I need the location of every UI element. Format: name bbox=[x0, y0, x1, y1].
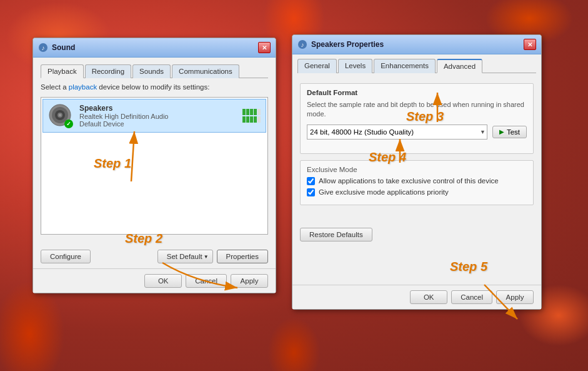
test-button-label: Test bbox=[507, 128, 520, 136]
test-play-icon: ▶ bbox=[499, 128, 504, 135]
sound-ok-button[interactable]: OK bbox=[144, 274, 182, 288]
sound-apply-button[interactable]: Apply bbox=[231, 274, 268, 288]
bar-seg-empty bbox=[257, 116, 261, 123]
bar-seg-empty bbox=[257, 109, 261, 115]
exclusive-priority-checkbox[interactable] bbox=[307, 188, 315, 196]
default-format-section: Default Format Select the sample rate an… bbox=[300, 83, 534, 154]
speakers-dialog-bottom: OK Cancel Apply bbox=[292, 285, 541, 309]
sound-dialog-icon: ♪ bbox=[38, 43, 48, 53]
sound-description: Select a playback device below to modify… bbox=[41, 83, 268, 91]
speakers-dialog: ♪ Speakers Properties ✕ General Levels E… bbox=[292, 34, 542, 310]
sound-cancel-button[interactable]: Cancel bbox=[186, 274, 227, 288]
default-format-title: Default Format bbox=[307, 89, 527, 96]
sound-dialog-tabs: Playback Recording Sounds Communications bbox=[41, 64, 268, 78]
format-select[interactable]: 16 bit, 44100 Hz (CD Quality) 16 bit, 48… bbox=[307, 125, 487, 140]
speakers-dialog-title: Speakers Properties bbox=[311, 40, 524, 49]
exclusive-priority-row: Give exclusive mode applications priorit… bbox=[307, 188, 527, 196]
bar-seg bbox=[246, 116, 249, 123]
speakers-dialog-close-button[interactable]: ✕ bbox=[524, 39, 536, 50]
bar-seg bbox=[254, 116, 257, 123]
format-row: 16 bit, 44100 Hz (CD Quality) 16 bit, 48… bbox=[307, 125, 527, 140]
exclusive-control-row: Allow applications to take exclusive con… bbox=[307, 177, 527, 185]
device-icon-wrapper: ✓ bbox=[48, 103, 73, 128]
speakers-ok-button[interactable]: OK bbox=[410, 290, 447, 304]
device-name: Speakers bbox=[79, 104, 237, 113]
bar-seg bbox=[254, 109, 257, 115]
sound-dialog-action-row: Configure Set Default ▼ Properties bbox=[33, 247, 276, 268]
device-driver: Realtek High Definition Audio bbox=[79, 113, 237, 120]
device-check-icon: ✓ bbox=[64, 119, 73, 128]
tab-general[interactable]: General bbox=[297, 59, 337, 73]
bar-seg bbox=[250, 116, 253, 123]
sound-dialog-bottom: OK Cancel Apply bbox=[33, 268, 276, 293]
exclusive-mode-title: Exclusive Mode bbox=[307, 166, 527, 173]
speakers-dialog-icon: ♪ bbox=[297, 39, 307, 49]
restore-defaults-button[interactable]: Restore Defaults bbox=[300, 228, 372, 241]
speakers-dialog-tabs: General Levels Enhancements Advanced bbox=[297, 58, 536, 73]
tab-recording[interactable]: Recording bbox=[85, 64, 131, 78]
exclusive-mode-section: Exclusive Mode Allow applications to tak… bbox=[300, 160, 534, 205]
default-format-desc: Select the sample rate and bit depth to … bbox=[307, 100, 527, 119]
bar-seg bbox=[250, 109, 253, 115]
set-default-label: Set Default bbox=[167, 253, 202, 260]
tab-communications[interactable]: Communications bbox=[172, 64, 239, 78]
device-level-bars bbox=[242, 109, 261, 123]
bar-seg bbox=[246, 109, 249, 115]
sound-dialog-body: Playback Recording Sounds Communications… bbox=[33, 58, 276, 247]
bar-seg bbox=[242, 116, 246, 123]
properties-button[interactable]: Properties bbox=[217, 250, 268, 263]
exclusive-control-checkbox[interactable] bbox=[307, 177, 315, 185]
set-default-button[interactable]: Set Default ▼ bbox=[157, 250, 213, 263]
configure-button[interactable]: Configure bbox=[41, 250, 91, 263]
sound-dialog: ♪ Sound ✕ Playback Recording Sounds Comm… bbox=[32, 38, 276, 293]
tab-enhancements[interactable]: Enhancements bbox=[374, 59, 436, 73]
sound-dialog-titlebar: ♪ Sound ✕ bbox=[33, 38, 276, 58]
tab-levels[interactable]: Levels bbox=[338, 59, 372, 73]
set-default-arrow-icon: ▼ bbox=[204, 254, 209, 260]
exclusive-control-label: Allow applications to take exclusive con… bbox=[319, 177, 499, 185]
tab-advanced[interactable]: Advanced bbox=[437, 59, 482, 73]
device-status: Default Device bbox=[79, 120, 237, 128]
sound-dialog-title: Sound bbox=[52, 43, 258, 52]
device-info: Speakers Realtek High Definition Audio D… bbox=[79, 104, 237, 128]
exclusive-priority-label: Give exclusive mode applications priorit… bbox=[319, 188, 449, 196]
tab-playback[interactable]: Playback bbox=[41, 64, 84, 78]
tab-sounds[interactable]: Sounds bbox=[132, 64, 171, 78]
format-select-wrapper: 16 bit, 44100 Hz (CD Quality) 16 bit, 48… bbox=[307, 125, 487, 140]
speakers-apply-button[interactable]: Apply bbox=[496, 290, 534, 304]
speakers-cancel-button[interactable]: Cancel bbox=[451, 290, 492, 304]
restore-defaults-container: Restore Defaults bbox=[300, 215, 534, 241]
speakers-dialog-titlebar: ♪ Speakers Properties ✕ bbox=[292, 35, 541, 54]
test-button[interactable]: ▶ Test bbox=[492, 126, 527, 138]
speakers-tabs-container: General Levels Enhancements Advanced bbox=[292, 54, 541, 73]
svg-point-6 bbox=[59, 114, 61, 116]
sound-dialog-close-button[interactable]: ✕ bbox=[258, 42, 271, 53]
speakers-dialog-content: Default Format Select the sample rate an… bbox=[292, 78, 541, 285]
device-item-speakers[interactable]: ✓ Speakers Realtek High Definition Audio… bbox=[42, 99, 266, 133]
bar-seg bbox=[242, 109, 246, 115]
svg-text:♪: ♪ bbox=[42, 44, 45, 51]
device-list: ✓ Speakers Realtek High Definition Audio… bbox=[41, 97, 268, 235]
svg-text:♪: ♪ bbox=[301, 41, 304, 48]
playback-link[interactable]: playback bbox=[69, 83, 97, 91]
